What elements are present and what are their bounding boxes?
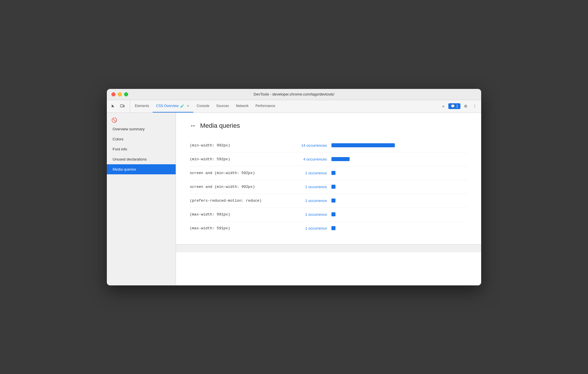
device-toolbar-icon[interactable] [118,102,126,110]
media-query-dot [331,185,335,189]
main-panel: ↔ Media queries (min-width: 992px)14 occ… [176,113,481,285]
sidebar-item-colors[interactable]: Colors [107,134,176,144]
sidebar-item-font-info[interactable]: Font info [107,144,176,154]
tab-performance[interactable]: Performance [252,100,279,112]
devtools-icons [109,100,130,112]
sidebar: 🚫 Overview summary Colors Font info Unus… [107,113,176,285]
minimize-button[interactable] [118,92,122,96]
section-title: ↔ Media queries [190,122,467,129]
media-query-text: (max-width: 991px) [190,212,282,217]
flask-icon: 🧪 [180,104,184,108]
media-query-occurrences[interactable]: 1 occurrence [287,185,327,189]
media-query-bar-container [331,171,467,175]
chat-icon: 💬 [451,104,455,108]
media-query-row: (min-width: 992px)14 occurrences [190,139,467,152]
tab-elements[interactable]: Elements [131,100,153,112]
media-query-occurrences[interactable]: 4 occurrences [287,157,327,161]
media-query-bar-container [331,157,467,161]
media-query-occurrences[interactable]: 14 occurrences [287,143,327,148]
tab-css-overview[interactable]: CSS Overview 🧪 ✕ [153,100,193,112]
media-query-text: (min-width: 992px) [190,143,282,148]
settings-button[interactable]: ⚙ [462,102,470,110]
media-query-row: screen and (min-width: 992px)1 occurrenc… [190,180,467,194]
media-query-row: screen and (min-width: 592px)1 occurrenc… [190,166,467,180]
sidebar-item-media-queries[interactable]: Media queries [107,164,176,174]
more-options-button[interactable]: ⋮ [471,102,479,110]
close-button[interactable] [111,92,115,96]
title-bar: DevTools - developer.chrome.com/tags/dev… [107,89,481,100]
bottom-bar [176,244,481,252]
cursor-icon[interactable] [109,102,117,110]
more-tabs-button[interactable]: » [439,102,447,110]
media-query-bar-container [331,143,467,147]
media-query-bar-container [331,199,467,203]
media-query-dot [331,212,335,216]
media-query-dot [331,226,335,230]
tab-bar: Elements CSS Overview 🧪 ✕ Console Source… [107,100,481,113]
devtools-window: DevTools - developer.chrome.com/tags/dev… [107,89,481,285]
svg-rect-0 [120,105,123,107]
chat-button[interactable]: 💬 1 [448,103,460,109]
section-title-text: Media queries [200,122,240,129]
tab-sources[interactable]: Sources [213,100,232,112]
media-query-occurrences[interactable]: 1 occurrence [287,171,327,175]
media-query-text: (max-width: 591px) [190,226,282,230]
media-query-row: (min-width: 592px)4 occurrences [190,152,467,166]
maximize-button[interactable] [124,92,128,96]
media-query-row: (max-width: 991px)1 occurrence [190,208,467,222]
media-query-occurrences[interactable]: 1 occurrence [287,226,327,230]
media-queries-table: (min-width: 992px)14 occurrences(min-wid… [190,139,467,235]
media-query-row: (max-width: 591px)1 occurrence [190,222,467,235]
tab-console[interactable]: Console [193,100,213,112]
media-query-dot [331,199,335,203]
media-query-text: (prefers-reduced-motion: reduce) [190,199,282,203]
main-content: ↔ Media queries (min-width: 992px)14 occ… [176,113,481,244]
media-query-text: (min-width: 592px) [190,157,282,161]
svg-rect-1 [124,105,124,107]
media-query-bar [331,157,350,161]
sidebar-item-overview-summary[interactable]: Overview summary [107,124,176,134]
media-query-bar-container [331,226,467,230]
devtools-body: 🚫 Overview summary Colors Font info Unus… [107,113,481,285]
no-entry-icon: 🚫 [107,115,176,124]
tab-bar-right: » 💬 1 ⚙ ⋮ [439,100,479,112]
media-query-occurrences[interactable]: 1 occurrence [287,212,327,217]
media-query-row: (prefers-reduced-motion: reduce)1 occurr… [190,194,467,208]
media-query-bar [331,143,395,147]
tab-network[interactable]: Network [232,100,252,112]
media-query-dot [331,171,335,175]
media-query-bar-container [331,185,467,189]
traffic-lights [111,92,128,96]
resize-icon: ↔ [190,122,196,129]
tab-close-css-overview[interactable]: ✕ [186,104,190,108]
sidebar-item-unused-declarations[interactable]: Unused declarations [107,154,176,164]
media-query-text: screen and (min-width: 592px) [190,171,282,175]
window-title: DevTools - developer.chrome.com/tags/dev… [254,92,334,96]
media-query-text: screen and (min-width: 992px) [190,185,282,189]
media-query-occurrences[interactable]: 1 occurrence [287,199,327,203]
media-query-bar-container [331,212,467,216]
